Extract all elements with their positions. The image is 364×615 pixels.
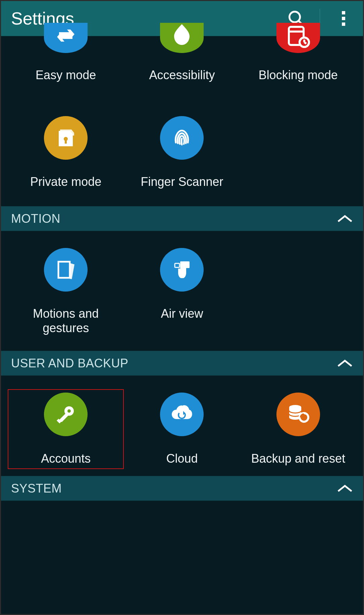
svg-point-0 <box>290 12 300 22</box>
accounts-icon <box>44 393 88 436</box>
item-blocking-mode[interactable]: Blocking mode <box>240 36 356 93</box>
item-accounts[interactable]: Accounts <box>8 389 124 469</box>
section-header-motion[interactable]: MOTION <box>1 206 363 231</box>
item-backup-reset[interactable]: Backup and reset <box>240 389 356 469</box>
easy-mode-icon <box>44 23 88 53</box>
svg-rect-4 <box>342 22 345 26</box>
chevron-up-icon <box>337 359 353 368</box>
svg-rect-15 <box>175 263 179 267</box>
section-header-system[interactable]: SYSTEM <box>1 476 363 501</box>
blocking-mode-icon <box>276 23 320 53</box>
user-backup-grid: Accounts Cloud <box>1 376 363 476</box>
item-label: Finger Scanner <box>141 174 223 189</box>
svg-rect-13 <box>58 262 70 278</box>
section-title: MOTION <box>11 212 337 226</box>
item-label: Cloud <box>166 451 198 466</box>
item-cloud[interactable]: Cloud <box>124 389 240 469</box>
item-motions-gestures[interactable]: Motions and gestures <box>8 245 124 339</box>
item-label: Accessibility <box>149 68 215 83</box>
item-accessibility[interactable]: Accessibility <box>124 36 240 93</box>
svg-line-10 <box>304 42 306 44</box>
section-title: USER AND BACKUP <box>11 356 337 370</box>
fingerprint-icon <box>160 116 204 160</box>
item-label: Easy mode <box>36 68 96 83</box>
section-header-user-backup[interactable]: USER AND BACKUP <box>1 351 363 376</box>
svg-rect-3 <box>342 17 345 20</box>
item-air-view[interactable]: Air view <box>124 245 240 339</box>
item-label: Blocking mode <box>259 68 338 83</box>
section-title: SYSTEM <box>11 481 337 496</box>
item-label: Backup and reset <box>251 451 345 466</box>
item-label: Motions and gestures <box>10 306 122 335</box>
item-label: Air view <box>161 306 203 321</box>
backup-reset-icon <box>276 393 320 436</box>
cloud-icon <box>160 393 204 436</box>
air-view-icon <box>160 248 204 292</box>
private-mode-icon <box>44 116 88 160</box>
svg-point-17 <box>67 409 71 413</box>
more-vertical-icon <box>342 10 346 27</box>
svg-rect-2 <box>342 11 345 14</box>
item-finger-scanner[interactable]: Finger Scanner <box>124 93 240 193</box>
item-easy-mode[interactable]: Easy mode <box>8 36 124 93</box>
svg-rect-12 <box>65 139 67 144</box>
item-label: Private mode <box>30 174 101 189</box>
accessibility-icon <box>160 23 204 53</box>
motions-gestures-icon <box>44 248 88 292</box>
item-label: Accounts <box>41 451 91 466</box>
chevron-up-icon <box>337 484 353 493</box>
personalization-grid: Easy mode Accessibility Blocking mode <box>1 36 363 206</box>
item-private-mode[interactable]: Private mode <box>8 93 124 193</box>
svg-rect-18 <box>59 413 69 422</box>
chevron-up-icon <box>337 214 353 223</box>
more-options-button[interactable] <box>330 5 357 32</box>
motion-grid: Motions and gestures Air view <box>1 231 363 351</box>
